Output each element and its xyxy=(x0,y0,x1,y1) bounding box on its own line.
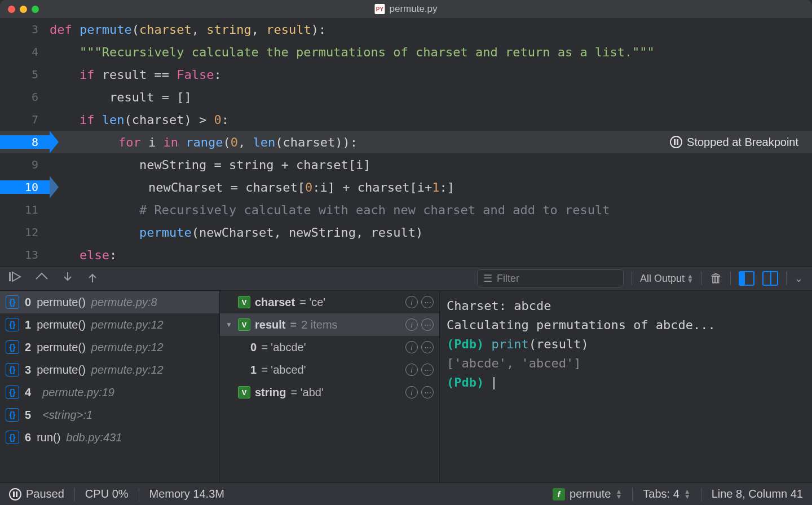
var-badge-icon: V xyxy=(238,318,250,331)
more-icon[interactable]: ⋯ xyxy=(421,318,434,331)
status-paused-label: Paused xyxy=(26,488,64,500)
console-line[interactable]: (Pdb) xyxy=(447,373,805,392)
frame-index: 3 xyxy=(25,364,31,376)
filter-icon: ☰ xyxy=(483,272,492,285)
var-value: = 'abcde' xyxy=(261,341,306,354)
gutter-line[interactable]: 9 xyxy=(0,158,50,171)
stopped-label: Stopped at Breakpoint xyxy=(687,136,798,149)
gutter-line[interactable]: 6 xyxy=(0,90,50,104)
zoom-icon[interactable] xyxy=(32,6,39,13)
frame-loc: <string>:1 xyxy=(42,409,92,422)
stack-frame[interactable]: {} 1 permute() permute.py:12 xyxy=(0,313,219,336)
continue-icon[interactable] xyxy=(9,271,21,286)
minimize-icon[interactable] xyxy=(20,6,27,13)
frame-index: 6 xyxy=(25,431,31,444)
console-result: ['abcde', 'abced'] xyxy=(447,354,805,373)
frame-badge-icon: {} xyxy=(6,318,19,331)
info-icon[interactable]: i xyxy=(405,386,418,398)
frame-fn: permute() xyxy=(37,364,86,376)
stack-frame[interactable]: {} 3 permute() permute.py:12 xyxy=(0,358,219,381)
variable-row[interactable]: V charset = 'ce' i⋯ xyxy=(220,291,439,313)
stack-frame[interactable]: {} 5 <string>:1 xyxy=(0,404,219,426)
code-line: newString = string + charset[i] xyxy=(50,158,371,172)
frame-fn: permute() xyxy=(37,296,86,309)
code-line: if result == False: xyxy=(50,68,222,82)
status-tabs[interactable]: Tabs: 4 ▲▼ xyxy=(643,488,690,500)
frame-badge-icon: {} xyxy=(6,295,19,309)
pause-icon xyxy=(9,488,21,500)
frame-loc: permute.py:12 xyxy=(91,341,164,354)
stack-frame[interactable]: {} 6 run() bdb.py:431 xyxy=(0,426,219,449)
variable-row[interactable]: ▼ V result = 2 items i⋯ xyxy=(220,313,439,336)
code-line: if len(charset) > 0: xyxy=(50,113,229,127)
trash-icon[interactable]: 🗑 xyxy=(710,271,722,286)
debug-console[interactable]: Charset: abcde Calculating permutations … xyxy=(440,291,812,482)
frame-badge-icon: {} xyxy=(6,431,19,444)
more-icon[interactable]: ⋯ xyxy=(421,386,434,398)
stack-frame[interactable]: {} 4 permute.py:19 xyxy=(0,381,219,404)
info-icon[interactable]: i xyxy=(405,318,418,331)
var-dim: 2 items xyxy=(301,318,337,331)
frame-fn: permute() xyxy=(37,341,86,354)
step-into-icon[interactable] xyxy=(62,271,73,286)
step-out-icon[interactable] xyxy=(87,271,98,286)
stack-frame[interactable]: {} 0 permute() permute.py:8 xyxy=(0,291,219,313)
status-bar: Paused CPU 0% Memory 14.3M f permute ▲▼ … xyxy=(0,482,812,505)
more-icon[interactable]: ⋯ xyxy=(421,341,434,353)
call-stack-pane[interactable]: {} 0 permute() permute.py:8 {} 1 permute… xyxy=(0,291,220,482)
gutter-line[interactable]: 7 xyxy=(0,113,50,126)
disclosure-open-icon[interactable]: ▼ xyxy=(226,321,233,329)
gutter-line[interactable]: 5 xyxy=(0,68,50,81)
gutter-line[interactable]: 3 xyxy=(0,23,50,36)
status-function[interactable]: f permute ▲▼ xyxy=(553,488,622,500)
chevron-updown-icon: ▲▼ xyxy=(687,274,694,283)
gutter-line[interactable]: 4 xyxy=(0,45,50,59)
breakpoint-arrow-icon[interactable] xyxy=(50,176,59,198)
gutter-line[interactable]: 11 xyxy=(0,203,50,216)
info-icon[interactable]: i xyxy=(405,296,418,308)
frame-badge-icon: {} xyxy=(6,386,19,399)
console-line: Charset: abcde xyxy=(447,296,805,316)
chevron-down-icon[interactable]: ⌄ xyxy=(795,272,803,285)
status-paused[interactable]: Paused xyxy=(9,488,64,500)
info-icon[interactable]: i xyxy=(405,341,418,353)
gutter-line[interactable]: 13 xyxy=(0,248,50,262)
chevron-updown-icon: ▲▼ xyxy=(615,489,622,499)
frame-loc: permute.py:12 xyxy=(91,364,164,376)
divider xyxy=(632,488,633,501)
frame-loc: bdb.py:431 xyxy=(66,431,122,444)
output-selector[interactable]: All Output ▲▼ xyxy=(640,273,694,285)
debug-panes: {} 0 permute() permute.py:8 {} 1 permute… xyxy=(0,291,812,482)
var-badge-icon: V xyxy=(238,386,250,398)
code-line: result = [] xyxy=(50,90,192,104)
gutter-line[interactable]: 12 xyxy=(0,225,50,239)
show-left-pane-button[interactable] xyxy=(739,271,754,286)
code-line: def permute(charset, string, result): xyxy=(50,23,326,37)
variable-row[interactable]: V string = 'abd' i⋯ xyxy=(220,381,439,404)
var-name: charset xyxy=(255,296,295,309)
variable-row[interactable]: 0 = 'abcde' i⋯ xyxy=(220,336,439,358)
gutter-line[interactable]: 8 xyxy=(0,135,50,149)
function-icon: f xyxy=(553,488,565,500)
frame-index: 1 xyxy=(25,318,31,331)
code-line: permute(newCharset, newString, result) xyxy=(50,225,423,240)
gutter-line[interactable]: 10 xyxy=(0,180,50,194)
code-editor[interactable]: 3 def permute(charset, string, result): … xyxy=(0,18,812,266)
step-over-icon[interactable] xyxy=(35,271,48,286)
more-icon[interactable]: ⋯ xyxy=(421,296,434,308)
filter-input[interactable]: ☰ Filter xyxy=(477,269,624,287)
info-icon[interactable]: i xyxy=(405,364,418,376)
var-badge-icon: V xyxy=(238,296,250,308)
frame-index: 2 xyxy=(25,341,31,354)
more-icon[interactable]: ⋯ xyxy=(421,364,434,376)
show-split-pane-button[interactable] xyxy=(762,271,778,286)
frame-index: 4 xyxy=(25,386,31,399)
close-icon[interactable] xyxy=(8,6,15,13)
variables-pane[interactable]: V charset = 'ce' i⋯ ▼ V result = 2 items… xyxy=(220,291,440,482)
console-cmd: print xyxy=(491,337,528,351)
variable-row[interactable]: 1 = 'abced' i⋯ xyxy=(220,358,439,381)
stack-frame[interactable]: {} 2 permute() permute.py:12 xyxy=(0,336,219,358)
frame-loc: permute.py:8 xyxy=(91,296,157,309)
pdb-prompt: (Pdb) xyxy=(447,375,484,389)
console-line: (Pdb) print(result) xyxy=(447,335,805,354)
